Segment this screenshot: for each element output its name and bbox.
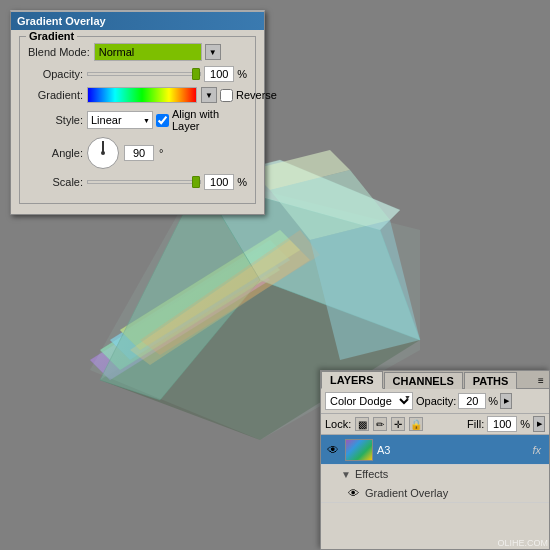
angle-row: Angle: ° <box>28 137 247 169</box>
gradient-group: Gradient Blend Mode: Normal ▼ Opacity: <box>19 36 256 204</box>
scale-row: Scale: % <box>28 174 247 190</box>
opacity-input[interactable] <box>204 66 234 82</box>
tab-paths[interactable]: PATHS <box>464 372 518 389</box>
style-row: Style: Linear ▼ Align with Layer <box>28 108 247 132</box>
lock-transparency-icon[interactable]: ▩ <box>355 417 369 431</box>
layers-opacity-unit: % <box>488 395 498 407</box>
reverse-checkbox[interactable] <box>220 89 233 102</box>
opacity-row: Opacity: % <box>28 66 247 82</box>
angle-label: Angle: <box>28 147 83 159</box>
layer-a3-thumb <box>345 439 373 461</box>
gradient-preview[interactable] <box>87 87 197 103</box>
scale-slider[interactable] <box>87 180 201 184</box>
lock-position-icon[interactable]: ✛ <box>391 417 405 431</box>
style-label: Style: <box>28 114 83 126</box>
gradient-row: Gradient: ▼ Reverse <box>28 87 247 103</box>
layer-a3-row[interactable]: 👁 A3 fx <box>321 435 549 465</box>
opacity-row-layers: Opacity: % ▶ <box>416 393 545 409</box>
group-label: Gradient <box>26 30 77 42</box>
reverse-label: Reverse <box>236 89 277 101</box>
blend-mode-text: Normal <box>99 46 134 58</box>
lock-label: Lock: <box>325 418 351 430</box>
blend-mode-value[interactable]: Normal <box>94 43 202 61</box>
layer-a3-fx: fx <box>532 444 541 456</box>
gradient-overlay-name: Gradient Overlay <box>365 487 448 499</box>
effects-label: Effects <box>355 468 388 480</box>
dialog-title: Gradient Overlay <box>11 12 264 30</box>
lock-all-icon[interactable]: 🔒 <box>409 417 423 431</box>
gradient-overlay-visibility[interactable]: 👁 <box>345 485 361 501</box>
effects-arrow[interactable]: ▼ <box>341 469 351 480</box>
layer-thumb-gradient <box>346 440 372 460</box>
layers-opacity-input[interactable] <box>458 393 486 409</box>
lock-row: Lock: ▩ ✏ ✛ 🔒 Fill: % ▶ <box>321 414 549 435</box>
fill-input[interactable] <box>487 416 517 432</box>
watermark: OLIHE.COM <box>497 538 548 548</box>
style-text: Linear <box>91 114 122 126</box>
gradient-label: Gradient: <box>28 89 83 101</box>
lock-paint-icon[interactable]: ✏ <box>373 417 387 431</box>
fill-unit: % <box>520 418 530 430</box>
blend-mode-row: Blend Mode: Normal ▼ <box>28 43 247 61</box>
layer-a3-visibility[interactable]: 👁 <box>325 442 341 458</box>
align-checkbox[interactable] <box>156 114 169 127</box>
layers-panel: LAYERS CHANNELS PATHS ≡ Color Dodge Opac… <box>320 370 550 550</box>
fill-label: Fill: <box>467 418 484 430</box>
layers-tabs: LAYERS CHANNELS PATHS ≡ <box>321 371 549 389</box>
scale-label: Scale: <box>28 176 83 188</box>
layers-blend-mode-select[interactable]: Color Dodge <box>325 392 413 410</box>
layer-a3-name: A3 <box>377 444 528 456</box>
scale-input[interactable] <box>204 174 234 190</box>
tab-channels[interactable]: CHANNELS <box>384 372 463 389</box>
effects-row: ▼ Effects <box>321 465 549 483</box>
blend-mode-label: Blend Mode: <box>28 46 90 58</box>
gradient-overlay-dialog: Gradient Overlay Gradient Blend Mode: No… <box>10 10 265 215</box>
align-label: Align with Layer <box>172 108 247 132</box>
angle-unit: ° <box>159 147 163 159</box>
angle-line <box>102 141 104 153</box>
gradient-overlay-sub-row: 👁 Gradient Overlay <box>321 483 549 503</box>
gradient-dropdown-arrow[interactable]: ▼ <box>201 87 217 103</box>
blend-mode-dropdown-arrow[interactable]: ▼ <box>205 44 221 60</box>
tab-layers[interactable]: LAYERS <box>321 371 383 389</box>
layers-controls: Color Dodge Opacity: % ▶ <box>321 389 549 414</box>
fill-arrow-btn[interactable]: ▶ <box>533 416 545 432</box>
angle-input[interactable] <box>124 145 154 161</box>
opacity-unit: % <box>237 68 247 80</box>
opacity-slider[interactable] <box>87 72 201 76</box>
blend-mode-wrapper: Color Dodge <box>325 392 413 410</box>
style-value[interactable]: Linear ▼ <box>87 111 153 129</box>
scale-unit: % <box>237 176 247 188</box>
opacity-label: Opacity: <box>28 68 83 80</box>
opacity-arrow-btn[interactable]: ▶ <box>500 393 512 409</box>
panel-menu-icon[interactable]: ≡ <box>533 372 549 388</box>
layers-opacity-label: Opacity: <box>416 395 456 407</box>
fill-row: Fill: % ▶ <box>427 416 545 432</box>
angle-widget[interactable] <box>87 137 119 169</box>
style-arrow: ▼ <box>143 117 150 124</box>
